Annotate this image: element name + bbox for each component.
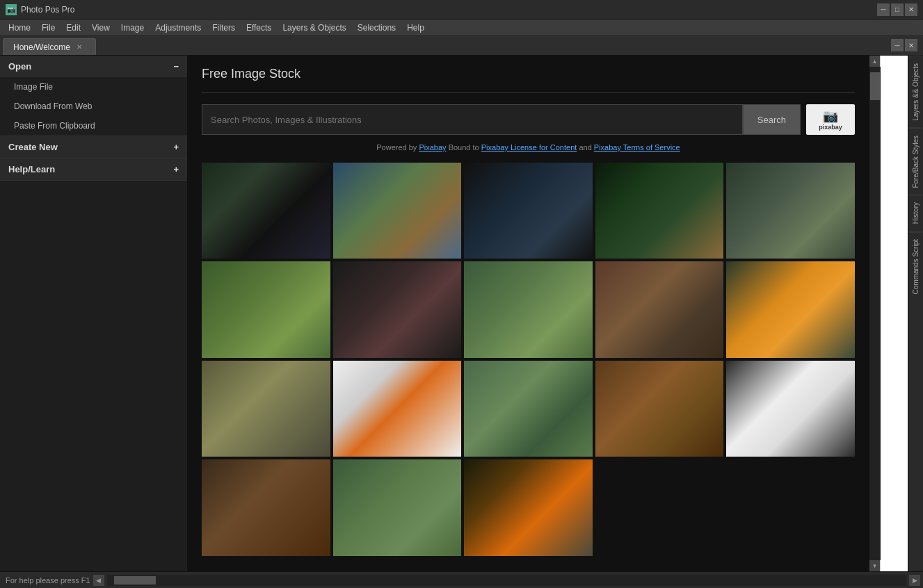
list-item[interactable] xyxy=(333,163,462,259)
tab-home-welcome[interactable]: Hone/Welcome ✕ xyxy=(3,38,96,55)
list-item[interactable] xyxy=(464,361,593,457)
scroll-down-button[interactable]: ▼ xyxy=(869,560,881,571)
horizontal-scrollbar xyxy=(107,575,906,586)
sidebar-create-label: Create New xyxy=(8,142,58,152)
menu-file[interactable]: File xyxy=(36,19,61,35)
status-bar: For help please press F1 ◀ ▶ xyxy=(0,571,923,588)
list-item[interactable] xyxy=(333,361,462,457)
menu-view[interactable]: View xyxy=(86,19,115,35)
list-item[interactable] xyxy=(333,261,462,357)
list-item[interactable] xyxy=(726,163,855,259)
sidebar-item-image-file[interactable]: Image File xyxy=(0,77,187,97)
tab-controls: ─ ✕ xyxy=(891,39,917,51)
menu-image[interactable]: Image xyxy=(115,19,150,35)
list-item[interactable] xyxy=(202,459,330,555)
right-panel: Layers && Objects Fore/Back Styles Histo… xyxy=(908,56,923,571)
list-item[interactable] xyxy=(595,163,724,259)
pixabay-text: pixabay xyxy=(819,124,842,131)
app-icon: 📷 xyxy=(6,4,17,15)
sidebar: Open − Image File Download From Web Past… xyxy=(0,56,188,571)
list-item[interactable] xyxy=(595,361,724,457)
sidebar-open-collapse: − xyxy=(173,61,179,72)
license-link[interactable]: Pixabay License for Content xyxy=(481,143,577,152)
list-item[interactable] xyxy=(202,163,330,259)
sidebar-help-header[interactable]: Help/Learn + xyxy=(0,158,187,180)
close-button[interactable]: ✕ xyxy=(905,3,917,16)
list-item[interactable] xyxy=(202,261,330,357)
menu-adjustments[interactable]: Adjustments xyxy=(150,19,207,35)
menu-effects[interactable]: Effects xyxy=(241,19,277,35)
panel-tab-layers[interactable]: Layers && Objects xyxy=(909,56,922,128)
sidebar-item-download-web[interactable]: Download From Web xyxy=(0,97,187,116)
tab-minimize-button[interactable]: ─ xyxy=(891,39,904,51)
page-title: Free Image Stock xyxy=(202,67,855,81)
vertical-scrollbar: ▲ ▼ xyxy=(869,56,880,571)
list-item[interactable] xyxy=(726,261,855,357)
panel-tab-commands[interactable]: Commands Script xyxy=(909,231,922,301)
panel-tab-foreback[interactable]: Fore/Back Styles xyxy=(909,128,922,195)
pixabay-link[interactable]: Pixabay xyxy=(419,143,446,152)
tab-close-button[interactable]: ✕ xyxy=(73,41,86,54)
h-scroll-left[interactable]: ◀ xyxy=(93,575,104,586)
image-grid xyxy=(202,163,855,556)
tab-label: Hone/Welcome xyxy=(13,42,70,52)
sidebar-create-header[interactable]: Create New + xyxy=(0,136,187,158)
sidebar-help-icon: + xyxy=(173,164,179,174)
sidebar-open-section: Open − Image File Download From Web Past… xyxy=(0,56,187,136)
list-item[interactable] xyxy=(464,261,593,357)
app-title: Photo Pos Pro xyxy=(21,5,74,15)
search-area: Search 📷 pixabay xyxy=(202,104,855,135)
maximize-button[interactable]: □ xyxy=(891,3,904,16)
panel-tab-history[interactable]: History xyxy=(909,195,922,231)
scroll-up-button[interactable]: ▲ xyxy=(869,56,881,67)
list-item[interactable] xyxy=(333,459,462,555)
menu-filters[interactable]: Filters xyxy=(207,19,241,35)
list-item[interactable] xyxy=(202,361,330,457)
list-item[interactable] xyxy=(464,163,593,259)
title-bar-left: 📷 Photo Pos Pro xyxy=(6,4,74,15)
search-input[interactable] xyxy=(202,104,743,135)
menu-bar: Home File Edit View Image Adjustments Fi… xyxy=(0,19,923,36)
menu-home[interactable]: Home xyxy=(3,19,36,35)
main-layout: Open − Image File Download From Web Past… xyxy=(0,56,923,571)
powered-by: Powered by Pixabay Bound to Pixabay Lice… xyxy=(202,143,855,152)
scroll-track xyxy=(869,67,881,560)
content-area: Free Image Stock Search 📷 pixabay Powere… xyxy=(188,56,869,571)
list-item[interactable] xyxy=(595,261,724,357)
menu-selections[interactable]: Selections xyxy=(352,19,401,35)
list-item[interactable] xyxy=(464,459,593,555)
sidebar-help-label: Help/Learn xyxy=(8,164,55,174)
scroll-thumb[interactable] xyxy=(870,72,880,100)
content-inner: Free Image Stock Search 📷 pixabay Powere… xyxy=(188,56,869,571)
side-white-panel xyxy=(880,56,908,571)
title-bar: 📷 Photo Pos Pro ─ □ ✕ xyxy=(0,0,923,19)
list-item[interactable] xyxy=(726,361,855,457)
sidebar-open-label: Open xyxy=(8,61,31,72)
pixabay-camera-icon: 📷 xyxy=(823,108,838,124)
pixabay-logo[interactable]: 📷 pixabay xyxy=(806,104,855,135)
sidebar-create-section: Create New + xyxy=(0,136,187,158)
menu-layers[interactable]: Layers & Objects xyxy=(277,19,351,35)
minimize-button[interactable]: ─ xyxy=(877,3,890,16)
tab-close-all-button[interactable]: ✕ xyxy=(905,39,917,51)
sidebar-create-icon: + xyxy=(173,142,179,152)
h-scroll-right[interactable]: ▶ xyxy=(909,575,920,586)
sidebar-item-paste-clipboard[interactable]: Paste From Clipboard xyxy=(0,116,187,136)
sidebar-open-header[interactable]: Open − xyxy=(0,56,187,77)
divider xyxy=(202,92,855,93)
menu-edit[interactable]: Edit xyxy=(61,19,86,35)
search-button[interactable]: Search xyxy=(743,104,801,135)
terms-link[interactable]: Pixabay Terms of Service xyxy=(594,143,680,152)
window-controls: ─ □ ✕ xyxy=(877,3,917,16)
sidebar-help-section: Help/Learn + xyxy=(0,158,187,181)
status-text: For help please press F1 xyxy=(3,576,93,585)
tab-bar: Hone/Welcome ✕ ─ ✕ xyxy=(0,36,923,56)
h-scroll-thumb[interactable] xyxy=(114,576,156,585)
menu-help[interactable]: Help xyxy=(401,19,430,35)
